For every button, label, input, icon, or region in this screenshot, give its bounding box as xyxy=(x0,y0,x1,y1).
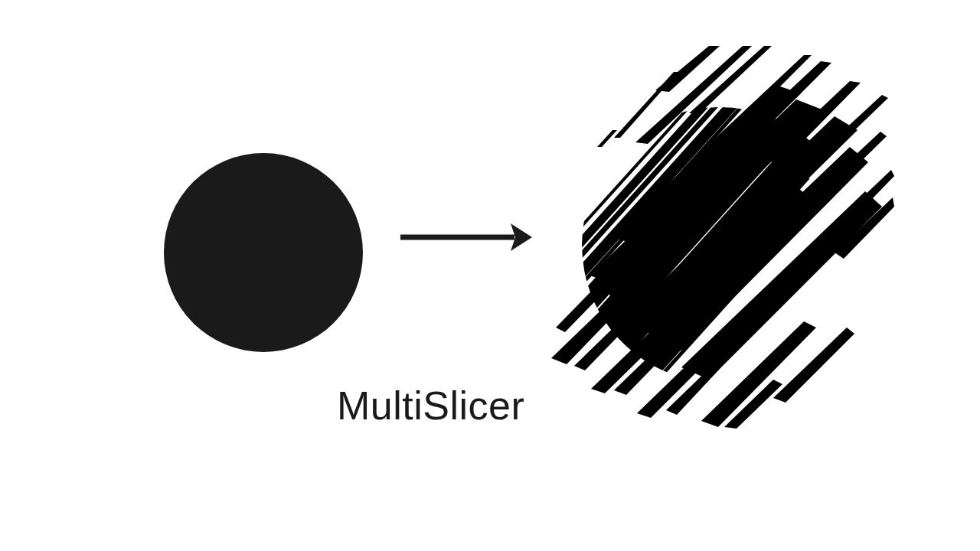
arrow-right-icon xyxy=(396,214,532,260)
effect-title: MultiSlicer xyxy=(337,383,524,429)
svg-marker-18 xyxy=(597,130,617,147)
input-circle xyxy=(164,153,363,352)
svg-marker-39 xyxy=(773,328,854,403)
sliced-output-graphic xyxy=(544,46,896,429)
diagram-canvas: MultiSlicer xyxy=(0,0,980,551)
